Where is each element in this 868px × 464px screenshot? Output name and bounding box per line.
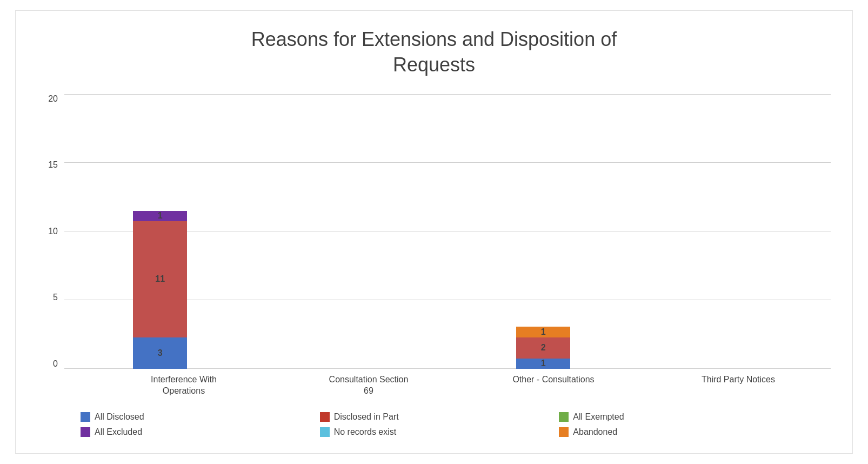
x-label-group-other: Other - Consultations [461,369,646,401]
legend-label-no-records: No records exist [334,427,397,437]
legend-item-no-records: No records exist [320,427,549,437]
x-axis: Interference WithOperations Consultation… [64,369,831,401]
bar-segment-all-disclosed-1: 3 [133,337,187,369]
bar-stack-interference: 3 11 1 [133,211,187,369]
bar-label-2: 2 [541,343,546,353]
bar-group-third-party [639,94,831,369]
legend-swatch-all-exempted [559,412,569,422]
y-label-15: 15 [48,160,58,170]
legend-swatch-all-excluded [81,427,90,437]
x-label-other: Other - Consultations [512,374,594,386]
legend-swatch-no-records [320,427,330,437]
bar-stack-other: 1 2 1 [516,327,570,369]
bar-segment-disclosed-part-1: 11 [133,221,187,337]
legend-item-disclosed-part: Disclosed in Part [320,412,549,422]
x-label-group-third-party: Third Party Notices [646,369,831,401]
legend-item-all-exempted: All Exempted [559,412,787,422]
bar-segment-all-excluded-1: 1 [133,211,187,222]
bar-group-interference: 3 11 1 [64,94,256,369]
legend-item-all-disclosed: All Disclosed [81,412,309,422]
bar-segment-abandoned-2: 1 [516,327,570,337]
bar-group-consultation [256,94,448,369]
legend-label-all-disclosed: All Disclosed [95,412,144,422]
legend-label-all-excluded: All Excluded [95,427,142,437]
y-axis: 20 15 10 5 0 [37,94,64,401]
y-label-10: 10 [48,227,58,236]
bar-label-1-aband: 1 [541,327,546,337]
legend: All Disclosed Disclosed in Part All Exem… [37,407,831,442]
y-label-20: 20 [48,94,58,104]
bar-segment-disclosed-part-2: 2 [516,337,570,359]
chart-body: 20 15 10 5 0 [37,94,831,401]
bar-group-other: 1 2 1 [448,94,639,369]
legend-swatch-disclosed-part [320,412,330,422]
bar-label-1-excl: 1 [158,211,163,221]
x-label-consultation: Consultation Section69 [329,374,409,397]
y-label-0: 0 [53,359,58,369]
legend-item-abandoned: Abandoned [559,427,787,437]
x-label-third-party: Third Party Notices [702,374,775,386]
bars-row: 3 11 1 [64,94,831,369]
bar-label-1-disc: 1 [541,359,546,368]
x-label-group-interference: Interference WithOperations [91,369,276,401]
legend-label-abandoned: Abandoned [573,427,617,437]
chart-container: Reasons for Extensions and Disposition o… [15,10,853,454]
legend-label-disclosed-part: Disclosed in Part [334,412,399,422]
bar-segment-all-disclosed-2: 1 [516,359,570,369]
legend-label-all-exempted: All Exempted [573,412,624,422]
x-label-interference: Interference WithOperations [151,374,217,397]
x-label-group-consultation: Consultation Section69 [276,369,461,401]
chart-area: 20 15 10 5 0 [37,94,831,442]
chart-title: Reasons for Extensions and Disposition o… [251,27,617,78]
plot-area: 3 11 1 [64,94,831,401]
bar-label-11: 11 [155,274,165,284]
legend-swatch-all-disclosed [81,412,90,422]
y-label-5: 5 [53,293,58,302]
legend-swatch-abandoned [559,427,569,437]
legend-item-all-excluded: All Excluded [81,427,309,437]
bar-label-3: 3 [158,348,163,358]
